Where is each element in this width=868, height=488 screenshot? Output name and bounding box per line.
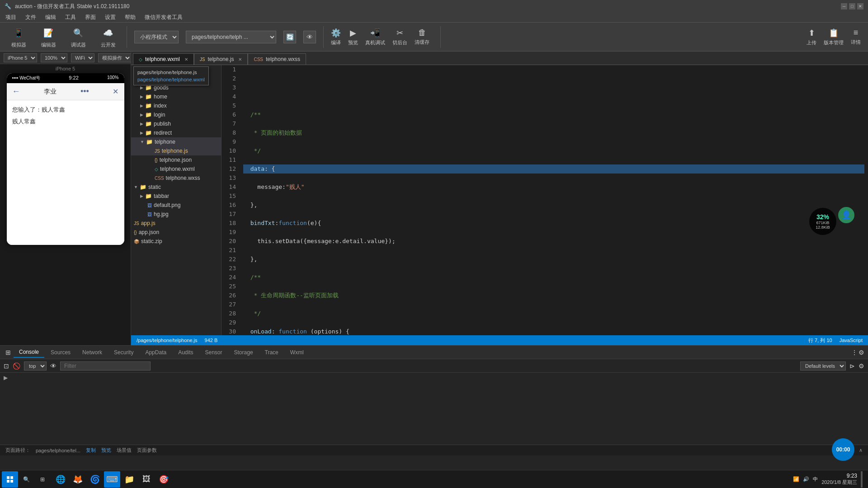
- nav-back[interactable]: ←: [12, 87, 20, 96]
- cloud-button[interactable]: ☁️ 云开发: [97, 26, 119, 48]
- start-button[interactable]: [2, 471, 18, 488]
- clear-button[interactable]: 🗑 清缓存: [415, 28, 429, 46]
- devtools-tab-appdata[interactable]: AppData: [140, 347, 172, 357]
- copy-button[interactable]: 复制: [86, 447, 96, 454]
- tab-js[interactable]: JS telphone.js ✕: [194, 53, 248, 65]
- system-tray: ∧: [859, 447, 863, 453]
- devtools-more-btn[interactable]: ⋮: [851, 349, 858, 356]
- tree-item-app-js[interactable]: JS app.js: [131, 219, 221, 228]
- preview-button[interactable]: ▶ 预览: [348, 28, 358, 46]
- device-select[interactable]: iPhone 5: [4, 53, 37, 62]
- floating-timer[interactable]: 00:00: [832, 438, 854, 461]
- menu-item-project[interactable]: 项目: [4, 13, 18, 22]
- code-lines[interactable]: /** * 页面的初始数据 */ data: { message:"贱人" },…: [240, 65, 868, 335]
- tree-item-app-json[interactable]: {} app.json: [131, 228, 221, 237]
- taskbar-app-3[interactable]: 🌀: [87, 471, 103, 488]
- devtools-tab-storage[interactable]: Storage: [229, 347, 259, 357]
- mode-select[interactable]: 小程序模式: [134, 31, 179, 43]
- version-button[interactable]: 📋 版本管理: [824, 28, 844, 46]
- tree-item-default-png[interactable]: 🖼 default.png: [131, 201, 221, 210]
- devtools-settings2-btn[interactable]: ⚙: [859, 362, 864, 370]
- nav-more[interactable]: •••: [80, 87, 89, 96]
- top-select[interactable]: top: [24, 361, 47, 371]
- close-button[interactable]: ✕: [857, 3, 863, 9]
- tree-item-telphone-wxss[interactable]: CSS telphone.wxss: [131, 174, 221, 183]
- menu-item-wechat-tools[interactable]: 微信开发者工具: [143, 13, 184, 22]
- tab-wxml-close[interactable]: ✕: [184, 57, 188, 62]
- network-select[interactable]: WiFi: [71, 53, 94, 62]
- tree-item-login[interactable]: ▶ 📁 login: [131, 110, 221, 119]
- tab-js-close[interactable]: ✕: [238, 57, 242, 62]
- tree-item-home[interactable]: ▶ 📁 home: [131, 92, 221, 101]
- tree-item-index[interactable]: ▶ 📁 index: [131, 101, 221, 110]
- tree-item-telphone[interactable]: ▼ 📁 telphone: [131, 137, 221, 146]
- devtools-tab-trace[interactable]: Trace: [259, 347, 284, 357]
- tree-item-publish[interactable]: ▶ 📁 publish: [131, 119, 221, 128]
- devtools-tab-console[interactable]: Console: [14, 347, 44, 358]
- devtools-tab-audits[interactable]: Audits: [173, 347, 198, 357]
- devtools-settings-btn[interactable]: ⚙: [859, 349, 864, 356]
- taskbar-app-1[interactable]: 🌐: [52, 471, 69, 488]
- devtools-tab-security[interactable]: Security: [108, 347, 139, 357]
- tree-item-redirect[interactable]: ▶ 📁 redirect: [131, 128, 221, 137]
- tree-item-hg-jpg[interactable]: 🖼 hg.jpg: [131, 210, 221, 219]
- minimize-button[interactable]: ─: [841, 3, 847, 9]
- taskbar-app-6[interactable]: 🎯: [156, 471, 172, 488]
- path-select[interactable]: pages/telphone/telph ...: [186, 31, 276, 43]
- nav-close[interactable]: ✕: [113, 87, 118, 96]
- real-machine-button[interactable]: 📲 真机调试: [365, 28, 385, 46]
- eye-button[interactable]: 👁: [303, 31, 316, 43]
- details-button[interactable]: ≡ 详情: [851, 28, 861, 46]
- tab-wxml[interactable]: ◇ telphone.wxml ✕ pages/telphone/telphon…: [133, 53, 194, 65]
- scene-value-label[interactable]: 场景值: [117, 447, 132, 454]
- taskbar-app-5[interactable]: 🖼: [138, 471, 155, 488]
- devtools-tab-sensor[interactable]: Sensor: [200, 347, 228, 357]
- tree-item-tabbar[interactable]: ▶ 📁 tabbar: [131, 192, 221, 201]
- filter-input[interactable]: [60, 361, 151, 371]
- cursor-position: 行 7, 列 10: [808, 337, 832, 344]
- mode-sim-select[interactable]: 模拟操作: [98, 53, 132, 62]
- taskbar-task-view[interactable]: ⊞: [34, 471, 51, 488]
- menu-item-tools[interactable]: 工具: [63, 13, 78, 22]
- tree-item-static[interactable]: ▼ 📁 static: [131, 183, 221, 192]
- taskbar-search[interactable]: 🔍: [18, 471, 34, 488]
- taskbar-app-4[interactable]: 📁: [121, 471, 137, 488]
- menu-item-edit[interactable]: 编辑: [43, 13, 58, 22]
- taskbar-app-2[interactable]: 🦊: [70, 471, 86, 488]
- menu-item-help[interactable]: 帮助: [123, 13, 137, 22]
- compile-button[interactable]: ⚙️ 编译: [331, 28, 341, 46]
- zoom-select[interactable]: 100%: [41, 53, 67, 62]
- taskbar-show-desktop[interactable]: [861, 471, 863, 488]
- devtools-eye-btn[interactable]: 👁: [50, 362, 57, 370]
- upload-button[interactable]: ⬆ 上传: [807, 28, 816, 46]
- maximize-button[interactable]: □: [849, 3, 855, 9]
- taskbar-app-code[interactable]: ⌨: [104, 471, 120, 488]
- devtools-tab-sources[interactable]: Sources: [45, 347, 76, 357]
- devtools-tab-network[interactable]: Network: [77, 347, 108, 357]
- devtools-collapse-btn[interactable]: ⊳: [849, 362, 855, 370]
- tree-item-telphone-js[interactable]: JS telphone.js: [131, 146, 221, 155]
- preview-bottom-button[interactable]: 预览: [101, 447, 111, 454]
- devtools-expand-btn[interactable]: ⊞: [4, 349, 13, 356]
- devtools-block-btn[interactable]: ⊡: [4, 362, 9, 370]
- menu-item-interface[interactable]: 界面: [83, 13, 98, 22]
- code-editor[interactable]: 12345 678910 1112131415 1617181920 21222…: [222, 65, 868, 335]
- page-params-label[interactable]: 页面参数: [137, 447, 157, 454]
- tree-label-telphone: telphone: [155, 139, 175, 145]
- menu-item-settings[interactable]: 设置: [103, 13, 118, 22]
- debugger-button[interactable]: 🔍 调试器: [67, 26, 90, 48]
- real-machine-label: 真机调试: [365, 39, 385, 46]
- cut-button[interactable]: ✂ 切后台: [392, 28, 407, 46]
- editor-button[interactable]: 📝 编辑器: [37, 26, 60, 48]
- tree-item-static-zip[interactable]: 📦 static.zip: [131, 237, 221, 246]
- devtools-tab-wxml[interactable]: Wxml: [285, 347, 309, 357]
- tab-wxss[interactable]: CSS telphone.wxss: [248, 53, 306, 65]
- refresh-button[interactable]: 🔄: [283, 31, 296, 43]
- bottom-bar: 页面路径： pages/telphone/tel... 复制 预览 场景值 页面…: [0, 445, 868, 455]
- levels-select[interactable]: Default levels: [800, 361, 846, 371]
- devtools-clear-btn[interactable]: 🚫: [13, 362, 20, 370]
- menu-item-file[interactable]: 文件: [24, 13, 38, 22]
- simulator-button[interactable]: 📱 模拟器: [7, 26, 30, 48]
- tree-item-telphone-wxml[interactable]: ◇ telphone.wxml: [131, 164, 221, 174]
- tree-item-telphone-json[interactable]: {} telphone.json: [131, 155, 221, 164]
